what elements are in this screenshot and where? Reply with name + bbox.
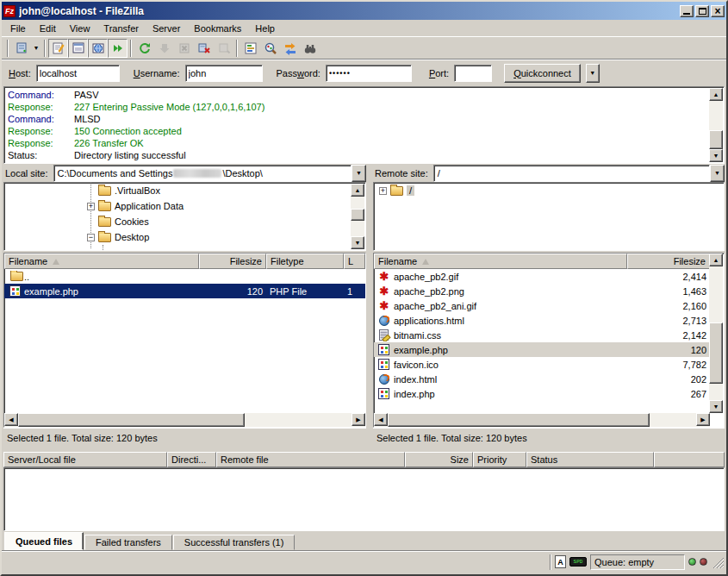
file-row[interactable]: index.html 202 <box>374 372 710 386</box>
file-row-parent-dir[interactable]: .. <box>4 269 365 284</box>
remote-site-bar: Remote site: / ▼ <box>373 164 725 182</box>
file-row[interactable]: bitnami.css 2,142 <box>374 328 710 342</box>
reconnect-button[interactable] <box>214 39 233 58</box>
tree-item-virtualbox[interactable]: .VirtualBox <box>4 183 365 198</box>
file-row[interactable]: ✱apache_pb2.png 1,463 <box>374 284 710 298</box>
scroll-up-icon[interactable]: ▲ <box>351 184 364 197</box>
column-header-filetype[interactable]: Filetype <box>266 254 344 269</box>
tab-failed-transfers[interactable]: Failed transfers <box>84 535 172 550</box>
tab-queued-files[interactable]: Queued files <box>4 532 84 550</box>
column-header-last-modified[interactable]: L <box>344 254 365 269</box>
scroll-left-icon[interactable]: ◀ <box>4 413 18 426</box>
toggle-message-log-button[interactable] <box>48 39 68 58</box>
quickconnect-dropdown[interactable]: ▼ <box>586 64 600 83</box>
column-header-filename[interactable]: Filename <box>374 254 627 269</box>
cancel-operation-button[interactable] <box>174 39 194 58</box>
find-files-button[interactable] <box>300 39 320 58</box>
file-row[interactable]: applications.html 2,713 <box>374 313 710 328</box>
column-header-server-local-file[interactable]: Server/Local file <box>3 452 167 467</box>
tree-expand-icon[interactable]: + <box>87 203 95 210</box>
scroll-up-icon[interactable]: ▲ <box>709 254 723 266</box>
column-header-direction[interactable]: Directi... <box>167 452 216 467</box>
scroll-down-icon[interactable]: ▼ <box>351 236 364 249</box>
column-header-filesize[interactable]: Filesize <box>199 254 266 269</box>
file-row[interactable]: ✱apache_pb2.gif 2,414 <box>374 269 710 284</box>
quickconnect-button[interactable]: Quickconnect <box>504 64 581 83</box>
menu-edit[interactable]: Edit <box>33 22 63 35</box>
scroll-down-icon[interactable]: ▼ <box>709 149 723 162</box>
scrollbar-thumb[interactable] <box>18 413 245 427</box>
column-header-status[interactable]: Status <box>526 452 654 467</box>
local-horizontal-scrollbar[interactable]: ◀ ▶ <box>4 413 365 427</box>
local-site-combobox[interactable]: C:\Documents and Settings\Desktop\ ▼ <box>53 165 366 182</box>
remote-horizontal-scrollbar[interactable]: ◀ ▶ <box>374 413 710 427</box>
menu-server[interactable]: Server <box>146 22 187 35</box>
scroll-right-icon[interactable]: ▶ <box>352 413 365 426</box>
refresh-button[interactable] <box>134 39 154 58</box>
local-tree-scrollbar[interactable]: ▲ ▼ <box>351 184 364 249</box>
sort-ascending-icon <box>422 259 429 265</box>
menu-file[interactable]: File <box>3 22 33 35</box>
scroll-left-icon[interactable]: ◀ <box>374 413 388 426</box>
file-row[interactable]: index.php 267 <box>374 386 710 401</box>
port-input[interactable] <box>455 68 491 78</box>
menu-help[interactable]: Help <box>248 22 282 35</box>
scrollbar-thumb[interactable] <box>351 209 364 221</box>
toggle-transfer-queue-button[interactable] <box>108 39 128 58</box>
disconnect-button[interactable] <box>194 39 214 58</box>
local-site-bar: Local site: C:\Documents and Settings\De… <box>3 164 366 182</box>
scroll-right-icon[interactable]: ▶ <box>696 413 710 426</box>
maximize-icon <box>699 8 706 15</box>
password-input[interactable] <box>327 69 411 78</box>
scrollbar-thumb[interactable] <box>709 130 723 149</box>
tree-item-application-data[interactable]: + Application Data <box>4 198 365 214</box>
log-scrollbar[interactable]: ▲ ▼ <box>709 88 723 162</box>
username-input[interactable] <box>186 68 262 78</box>
file-row-selected[interactable]: example.php 120 <box>374 342 710 357</box>
tree-collapse-icon[interactable]: − <box>87 234 95 241</box>
folder-icon <box>390 186 403 196</box>
tree-item-desktop[interactable]: − Desktop <box>4 229 365 245</box>
maximize-button[interactable] <box>695 5 709 17</box>
remote-site-combobox[interactable]: / ▼ <box>433 165 725 182</box>
synchronized-browsing-button[interactable] <box>280 39 300 58</box>
menu-transfer[interactable]: Transfer <box>96 22 146 35</box>
transfer-type-ascii-icon[interactable]: A <box>555 555 566 568</box>
titlebar[interactable]: Fz john@localhost - FileZilla × <box>2 2 726 20</box>
toggle-local-tree-button[interactable] <box>68 39 88 58</box>
resize-grip-icon[interactable] <box>711 555 724 568</box>
column-header-filesize[interactable]: Filesize <box>627 254 710 269</box>
column-header-priority[interactable]: Priority <box>473 452 526 467</box>
directory-listing-filters-button[interactable] <box>240 39 260 58</box>
tree-expand-icon[interactable]: + <box>379 187 387 195</box>
tree-item-cookies[interactable]: Cookies <box>4 214 365 229</box>
file-row[interactable]: favicon.ico 7,782 <box>374 357 710 372</box>
speed-limit-icon[interactable]: SPD <box>569 557 587 567</box>
toggle-remote-tree-button[interactable] <box>88 39 108 58</box>
scrollbar-thumb[interactable] <box>388 413 650 427</box>
column-header-filename[interactable]: Filename <box>4 254 199 269</box>
site-manager-button[interactable] <box>11 39 31 58</box>
tab-successful-transfers[interactable]: Successful transfers (1) <box>173 535 296 550</box>
scroll-down-icon[interactable]: ▼ <box>709 400 723 413</box>
directory-comparison-button[interactable] <box>260 39 280 58</box>
scroll-up-icon[interactable]: ▲ <box>709 88 723 101</box>
column-header-size[interactable]: Size <box>405 452 473 467</box>
menu-view[interactable]: View <box>63 22 97 35</box>
vertical-splitter[interactable] <box>366 164 373 447</box>
queue-list-empty[interactable] <box>3 467 725 531</box>
host-input[interactable] <box>37 68 119 78</box>
close-button[interactable]: × <box>711 5 725 17</box>
file-row-example-php[interactable]: example.php 120 PHP File 1 <box>4 284 365 298</box>
remote-list-scrollbar[interactable]: ▲ ▼ <box>709 254 723 413</box>
scrollbar-thumb[interactable] <box>709 322 723 384</box>
menu-bookmarks[interactable]: Bookmarks <box>187 22 248 35</box>
combo-dropdown-button[interactable]: ▼ <box>352 165 366 182</box>
site-manager-dropdown[interactable]: ▼ <box>31 39 41 58</box>
file-row[interactable]: ✱apache_pb2_ani.gif 2,160 <box>374 298 710 313</box>
combo-dropdown-button[interactable]: ▼ <box>710 165 725 182</box>
tree-item-root[interactable]: + / <box>374 183 724 198</box>
column-header-remote-file[interactable]: Remote file <box>216 452 405 467</box>
process-queue-button[interactable] <box>154 39 174 58</box>
minimize-button[interactable] <box>680 5 694 17</box>
